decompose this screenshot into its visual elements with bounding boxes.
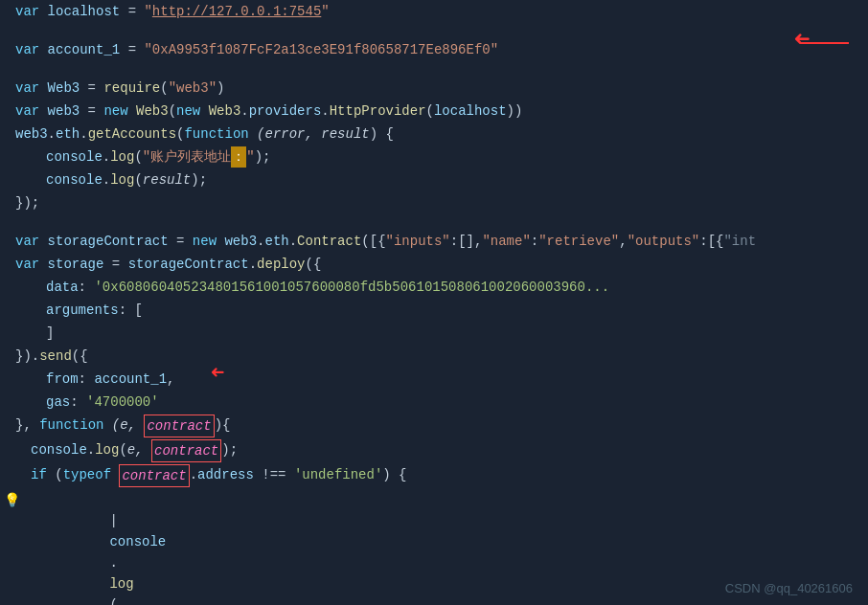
code-line-getaccounts: web3 . eth . getAccounts ( function (err… [0,123,868,146]
code-line-send: }). send ({ [0,345,868,368]
code-line-storagecontract: var storageContract = new web3 . eth . C… [0,230,868,253]
code-line-web3-new: var web3 = new Web3 ( new Web3 . provide… [0,100,868,123]
kw-var: var [15,1,48,22]
arrow-icon-2: ➜ [211,364,224,385]
code-line-web3-require: var Web3 = require ( "web3" ) [0,77,868,100]
code-line-account: var account_1 = "0xA9953f1087FcF2a13ce3E… [0,38,868,61]
code-line-storage-deploy: var storage = storageContract . deploy (… [0,253,868,276]
code-line-from: from : account_1 , ➜ [0,368,868,391]
code-line-empty-3 [0,214,868,230]
code-line-data: data : '0x608060405234801561001057600080… [0,276,868,299]
code-line-log3: console . log ( e, contract ); [0,438,868,463]
var-localhost: localhost [48,1,121,22]
code-line-log1: console . log ( "账户列表地址 ： " ); [0,146,868,168]
code-line-if: if ( typeof contract . address !== 'unde… [0,463,868,488]
code-line-empty-1 [0,23,868,38]
code-line-1: var localhost = "http://127.0.0.1:7545" [0,0,868,23]
arrow-icon-1: ➜ [794,31,811,52]
code-editor: var localhost = "http://127.0.0.1:7545" … [0,0,868,605]
code-line-close1: }); [0,191,868,214]
bulb-icon: 💡 [4,490,20,511]
arrow-line-1 [801,42,849,44]
code-line-gas: gas : '4700000' [0,391,868,414]
code-line-empty-2 [0,61,868,77]
code-line-log2: console . log ( result ); [0,168,868,191]
code-line-arguments: arguments : [ [0,299,868,322]
code-line-bracket: ] [0,322,868,345]
watermark: CSDN @qq_40261606 [725,581,853,595]
code-line-function: }, function (e, contract ){ [0,414,868,438]
